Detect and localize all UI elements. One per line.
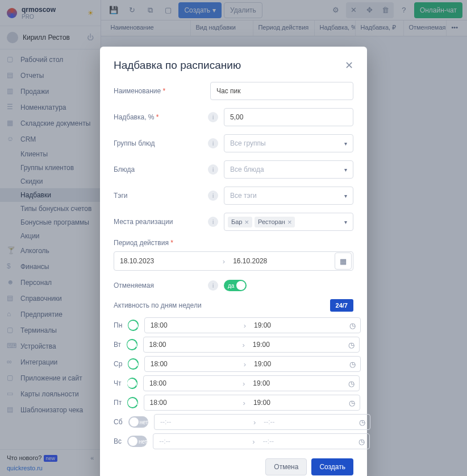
toggle-day[interactable]: да [127, 378, 137, 389]
day-label: Вс [114, 437, 122, 445]
modal: Надбавка по расписанию ✕ Наименование * … [100, 47, 367, 476]
time-range[interactable]: ›◷ [144, 317, 361, 333]
time-from[interactable] [153, 437, 250, 445]
info-icon[interactable]: i [208, 217, 218, 227]
time-range[interactable]: ›◷ [144, 356, 361, 372]
chevron-down-icon: ▾ [344, 193, 347, 199]
toggle-day[interactable]: нет [127, 436, 147, 447]
label-period: Период действия * [114, 239, 205, 247]
chevron-down-icon: ▾ [344, 167, 347, 173]
label-dishes: Блюда [114, 165, 205, 173]
label-cancelable: Отменяемая [114, 282, 205, 289]
label-tags: Тэги [114, 192, 205, 200]
time-to[interactable] [248, 360, 345, 368]
time-to[interactable] [248, 321, 345, 329]
time-to[interactable] [247, 379, 344, 387]
toggle-day[interactable]: да [127, 397, 137, 408]
cancel-button[interactable]: Отмена [265, 458, 307, 475]
label-activity: Активность по дням недели [114, 301, 202, 309]
label-groups: Группы блюд [114, 139, 205, 147]
clock-icon[interactable]: ◷ [355, 418, 370, 427]
time-from[interactable] [144, 341, 240, 349]
chevron-down-icon: ▾ [344, 140, 347, 147]
day-label: Ср [114, 360, 122, 368]
day-label: Сб [114, 418, 123, 426]
select-tags[interactable]: Все тэги▾ [224, 187, 353, 205]
range-arrow-icon: › [220, 257, 227, 266]
range-arrow-icon: › [240, 341, 247, 349]
modal-title: Надбавка по расписанию [114, 59, 241, 72]
toggle-day[interactable]: да [128, 358, 138, 370]
time-to[interactable] [247, 341, 344, 349]
day-label: Пн [114, 321, 122, 329]
chip-remove-icon[interactable]: × [287, 218, 292, 226]
range-arrow-icon: › [251, 418, 258, 427]
date-from[interactable] [114, 257, 220, 265]
close-icon[interactable]: ✕ [345, 59, 353, 72]
create-button[interactable]: Создать [311, 458, 353, 475]
select-dishes[interactable]: Все блюда▾ [224, 160, 353, 179]
clock-icon[interactable]: ◷ [344, 341, 359, 349]
range-arrow-icon: › [241, 321, 248, 330]
btn-247[interactable]: 24/7 [330, 299, 353, 312]
time-to[interactable] [248, 399, 344, 407]
time-range[interactable]: ›◷ [143, 337, 360, 353]
time-from[interactable] [155, 418, 251, 426]
toggle-cancelable[interactable]: да [224, 280, 247, 291]
time-from[interactable] [145, 321, 241, 329]
date-to[interactable] [227, 257, 333, 265]
time-from[interactable] [145, 360, 241, 368]
toggle-day[interactable]: нет [128, 416, 148, 428]
input-name[interactable] [210, 82, 353, 100]
info-icon[interactable]: i [208, 164, 218, 175]
info-icon[interactable]: i [208, 112, 218, 122]
time-range[interactable]: ›◷ [143, 375, 360, 391]
chevron-down-icon: ▾ [344, 219, 347, 225]
clock-icon[interactable]: ◷ [344, 379, 359, 388]
time-range[interactable]: ›◷ [154, 414, 370, 430]
calendar-icon[interactable]: ▦ [335, 253, 352, 270]
time-to[interactable] [257, 437, 354, 445]
clock-icon[interactable]: ◷ [345, 360, 360, 369]
info-icon[interactable]: i [208, 138, 218, 148]
chip-bar: Бар× [228, 217, 252, 227]
time-to[interactable] [258, 418, 355, 426]
chip-remove-icon[interactable]: × [244, 218, 249, 226]
clock-icon[interactable]: ◷ [344, 399, 360, 407]
label-name: Наименование * [114, 87, 205, 95]
range-arrow-icon: › [240, 379, 247, 388]
day-label: Вт [114, 341, 121, 349]
info-icon[interactable]: i [208, 191, 218, 201]
select-places[interactable]: Бар× Ресторан× ▾ [224, 213, 353, 231]
time-from[interactable] [144, 399, 241, 407]
range-arrow-icon: › [241, 399, 248, 407]
range-arrow-icon: › [250, 437, 257, 446]
time-from[interactable] [144, 379, 240, 387]
modal-overlay: Надбавка по расписанию ✕ Наименование * … [0, 0, 467, 476]
clock-icon[interactable]: ◷ [345, 321, 360, 330]
info-icon[interactable]: i [208, 280, 218, 291]
select-groups[interactable]: Все группы▾ [224, 134, 353, 152]
chip-restaurant: Ресторан× [255, 217, 295, 227]
day-label: Пт [114, 399, 122, 407]
label-places: Места реализации [114, 218, 205, 226]
toggle-day[interactable]: да [128, 320, 138, 331]
toggle-day[interactable]: да [127, 339, 137, 350]
label-percent: Надбавка, % * [114, 113, 205, 121]
clock-icon[interactable]: ◷ [354, 437, 369, 446]
input-percent[interactable] [224, 108, 353, 126]
day-label: Чт [114, 379, 122, 387]
time-range[interactable]: ›◷ [153, 433, 369, 449]
range-arrow-icon: › [241, 360, 248, 369]
time-range[interactable]: ›◷ [144, 395, 360, 411]
date-range[interactable]: › ▦ [114, 251, 353, 271]
